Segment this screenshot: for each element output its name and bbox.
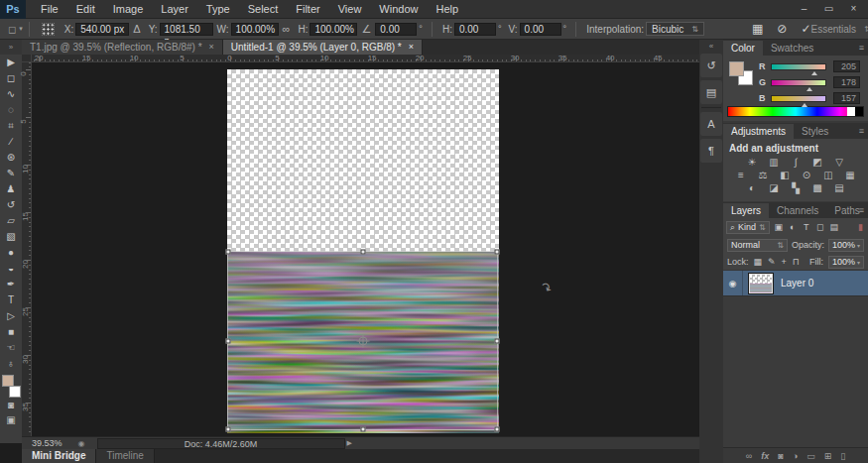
menu-type[interactable]: Type <box>197 0 239 19</box>
close-button[interactable]: × <box>841 0 866 18</box>
menu-filter[interactable]: Filter <box>287 0 328 19</box>
levels-icon[interactable]: ▥ <box>767 157 781 168</box>
new-group-icon[interactable]: ▭ <box>806 451 815 461</box>
transform-center-point[interactable] <box>358 336 367 345</box>
photoshop-logo[interactable]: Ps <box>0 0 26 19</box>
channel-value-input[interactable]: 178 <box>833 76 860 88</box>
menu-image[interactable]: Image <box>104 0 153 19</box>
relative-position-icon[interactable]: Δ <box>133 23 140 35</box>
transform-handle[interactable] <box>226 338 231 343</box>
filter-shape-layers-icon[interactable]: ◻ <box>814 222 826 232</box>
skew-h-input[interactable]: 0.00 <box>454 23 496 36</box>
channel-value-input[interactable]: 157 <box>833 92 860 104</box>
document-size-indicator[interactable]: Doc: 4.46M/2.60M <box>97 438 345 449</box>
add-layer-mask-icon[interactable]: ◙ <box>778 451 783 461</box>
layers-tab-channels[interactable]: Channels <box>769 203 826 218</box>
brightness-contrast-icon[interactable]: ☀ <box>745 157 759 168</box>
close-tab-icon[interactable]: × <box>209 40 214 55</box>
move-tool[interactable]: ▶ <box>0 55 22 70</box>
hue-saturation-icon[interactable]: ≡ <box>734 170 748 180</box>
channel-mixer-icon[interactable]: ◫ <box>821 170 835 180</box>
cancel-transform-icon[interactable]: ⊘ <box>777 22 787 36</box>
skew-v-input[interactable]: 0.00 <box>520 23 561 36</box>
close-tab-icon[interactable]: × <box>409 40 414 55</box>
document-tab-1[interactable]: T1.jpg @ 39.5% (Reflection, RGB/8#) *× <box>22 40 223 55</box>
slider-thumb-icon[interactable] <box>802 103 807 107</box>
pen-tool[interactable]: ✒ <box>0 277 22 292</box>
transform-handle[interactable] <box>360 250 365 255</box>
tab-timeline[interactable]: Timeline <box>96 449 154 463</box>
panel-menu-icon[interactable]: ≡ <box>859 126 864 136</box>
color-tab-swatches[interactable]: Swatches <box>763 41 821 56</box>
filter-smart-objects-icon[interactable]: ▤ <box>828 222 840 232</box>
color-spectrum-ramp[interactable] <box>727 106 864 117</box>
pasteboard[interactable]: ↷ <box>32 62 699 436</box>
type-tool[interactable]: T <box>0 292 22 308</box>
gradient-map-icon[interactable]: ▩ <box>810 182 824 193</box>
curves-icon[interactable]: ∫ <box>789 157 803 168</box>
channel-slider[interactable] <box>771 79 826 86</box>
lock-all-icon[interactable]: ⊓ <box>793 257 800 267</box>
expand-dock-icon[interactable]: « <box>699 40 723 53</box>
menu-view[interactable]: View <box>329 0 371 19</box>
adjustments-tab-styles[interactable]: Styles <box>794 124 836 139</box>
selective-color-icon[interactable]: ▤ <box>832 182 846 193</box>
menu-help[interactable]: Help <box>427 0 467 19</box>
transform-handle[interactable] <box>495 250 500 255</box>
commit-transform-icon[interactable]: ✓ <box>801 22 810 36</box>
new-layer-icon[interactable]: ⊞ <box>824 451 832 461</box>
paragraph-panel-icon[interactable]: ¶ <box>700 139 722 163</box>
layer-effects-icon[interactable]: fx <box>761 451 769 461</box>
menu-select[interactable]: Select <box>239 0 288 19</box>
workspace-switcher[interactable]: Essentials ⇅ <box>810 24 868 35</box>
lock-transparent-pixels-icon[interactable]: ▦ <box>754 257 763 267</box>
spectrum-black-cap[interactable] <box>855 107 863 116</box>
clone-stamp-tool[interactable]: ♟ <box>0 181 22 197</box>
blur-tool[interactable]: ● <box>0 245 22 261</box>
document-tab-2[interactable]: Untitled-1 @ 39.5% (Layer 0, RGB/8) *× <box>223 40 423 55</box>
filter-toggle-icon[interactable]: ▮ <box>858 222 863 232</box>
panel-menu-icon[interactable]: ≡ <box>859 205 864 215</box>
black-white-icon[interactable]: ◧ <box>778 170 792 180</box>
slider-thumb-icon[interactable] <box>811 71 817 75</box>
brush-tool[interactable]: ✎ <box>0 166 22 181</box>
menu-file[interactable]: File <box>32 0 67 19</box>
height-input[interactable]: 100.00% <box>310 23 357 36</box>
slider-thumb-icon[interactable] <box>806 87 812 91</box>
menu-window[interactable]: Window <box>370 0 427 19</box>
path-selection-tool[interactable]: ▷ <box>0 308 22 324</box>
eyedropper-tool[interactable]: ∕ <box>0 134 22 150</box>
color-balance-icon[interactable]: ⚖ <box>756 170 770 180</box>
zoom-percentage[interactable]: 39.53% <box>32 438 62 448</box>
zoom-tool[interactable]: ♁ <box>0 356 22 372</box>
color-tab-color[interactable]: Color <box>723 41 763 56</box>
fill-input[interactable]: 100% ▾ <box>828 256 864 269</box>
lasso-tool[interactable]: ∿ <box>0 86 22 102</box>
menu-edit[interactable]: Edit <box>67 0 104 19</box>
layers-tab-layers[interactable]: Layers <box>723 203 769 218</box>
interpolation-select[interactable]: Bicubic ⇅ <box>646 22 704 36</box>
spectrum-white-cap[interactable] <box>847 107 855 116</box>
layer-visibility-toggle[interactable]: ◉ <box>723 271 743 295</box>
exposure-icon[interactable]: ◩ <box>810 157 824 168</box>
invert-icon[interactable]: ◐ <box>745 182 759 193</box>
color-swatch-pair[interactable] <box>729 61 753 85</box>
channel-slider[interactable] <box>771 63 826 70</box>
posterize-icon[interactable]: ◪ <box>767 182 781 193</box>
lock-position-icon[interactable]: + <box>782 257 787 267</box>
transform-handle[interactable] <box>226 427 231 432</box>
character-panel-icon[interactable]: A <box>700 112 722 136</box>
free-transform-box[interactable] <box>227 251 498 430</box>
status-popup-arrow-icon[interactable]: ▶ <box>347 439 352 447</box>
new-adjustment-layer-icon[interactable]: ◑ <box>793 451 798 461</box>
adjustments-tab-adjustments[interactable]: Adjustments <box>723 124 794 139</box>
background-color-swatch[interactable] <box>9 386 21 398</box>
reference-point-locator[interactable] <box>42 23 55 36</box>
transform-handle[interactable] <box>360 427 365 432</box>
link-dimensions-icon[interactable]: ∞ <box>283 23 291 35</box>
delete-layer-icon[interactable]: ▯ <box>840 451 845 461</box>
threshold-icon[interactable]: ▚ <box>789 182 803 193</box>
tab-mini-bridge[interactable]: Mini Bridge <box>22 449 96 463</box>
angle-input[interactable]: 0.00 <box>375 23 417 36</box>
filter-kind-select[interactable]: ⌕ Kind ⇅ <box>726 221 770 234</box>
